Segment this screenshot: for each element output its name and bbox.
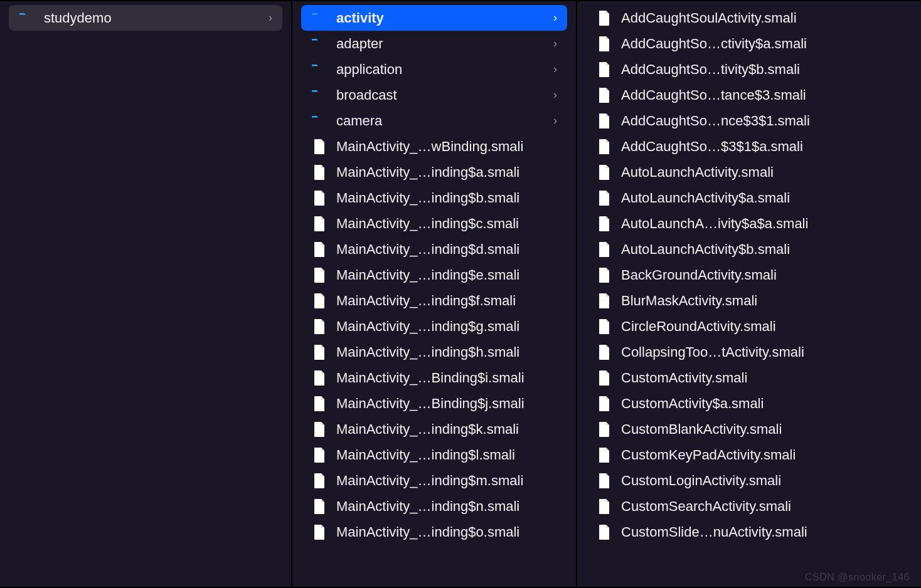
row-label: BlurMaskActivity.smali [621,293,902,309]
row-icon [595,60,614,79]
file-row[interactable]: BackGroundActivity.smali [586,262,912,288]
file-row[interactable]: AddCaughtSo…tance$3.smali [586,82,912,108]
row-icon [310,163,329,182]
row-icon [310,497,329,516]
row-icon [595,137,614,156]
folder-row[interactable]: camera› [301,108,567,134]
file-icon [598,139,610,155]
file-row[interactable]: BlurMaskActivity.smali [586,288,912,313]
row-label: AddCaughtSoulActivity.smali [621,10,902,26]
row-icon [310,60,329,79]
row-label: MainActivity_…inding$e.smali [336,267,557,283]
file-row[interactable]: AddCaughtSo…ctivity$a.smali [586,31,912,56]
row-label: AddCaughtSo…nce$3$1.smali [621,113,902,129]
file-row[interactable]: CustomActivity.smali [586,365,912,391]
file-row[interactable]: MainActivity_…wBinding.smali [301,134,567,159]
row-icon [595,446,614,465]
row-label: CustomLoginActivity.smali [621,473,902,489]
row-label: application [336,61,548,78]
file-icon [598,421,610,438]
row-icon [595,112,614,130]
file-row[interactable]: MainActivity_…inding$g.smali [301,313,567,339]
file-row[interactable]: CustomSearchActivity.smali [586,493,912,519]
row-icon [310,523,329,542]
file-row[interactable]: MainActivity_…inding$m.smali [301,468,567,493]
row-label: CustomBlankActivity.smali [621,421,902,438]
row-icon [595,163,614,182]
folder-icon [311,89,327,102]
file-row[interactable]: MainActivity_…inding$h.smali [301,339,567,365]
folder-icon [19,12,35,24]
file-row[interactable]: AutoLaunchActivity$b.smali [586,236,912,262]
row-icon [595,214,614,233]
row-icon [595,240,614,259]
file-row[interactable]: MainActivity_…inding$a.smali [301,159,567,185]
row-label: MainActivity_…inding$m.smali [336,473,557,489]
file-row[interactable]: MainActivity_…inding$n.smali [301,493,567,519]
folder-row[interactable]: application› [301,56,567,82]
file-row[interactable]: MainActivity_…inding$b.smali [301,185,567,211]
row-label: AddCaughtSo…tance$3.smali [621,87,902,103]
row-label: camera [336,113,548,129]
row-label: MainActivity_…inding$a.smali [336,164,557,181]
file-row[interactable]: CircleRoundActivity.smali [586,313,912,339]
file-row[interactable]: CustomLoginActivity.smali [586,468,912,493]
file-row[interactable]: MainActivity_…inding$k.smali [301,416,567,442]
row-label: MainActivity_…inding$f.smali [336,293,557,309]
file-icon [313,344,326,360]
row-icon [595,34,614,53]
row-label: MainActivity_…Binding$i.smali [336,370,557,386]
folder-row[interactable]: broadcast› [301,82,567,108]
row-label: AddCaughtSo…$3$1$a.smali [621,139,902,155]
file-row[interactable]: MainActivity_…inding$f.smali [301,288,567,313]
file-row[interactable]: CollapsingToo…tActivity.smali [586,339,912,365]
row-icon [595,523,614,542]
file-icon [313,216,326,232]
file-row[interactable]: CustomSlide…nuActivity.smali [586,519,912,545]
file-row[interactable]: MainActivity_…inding$c.smali [301,211,567,236]
row-icon [595,291,614,310]
row-label: MainActivity_…inding$g.smali [336,318,557,335]
file-icon [598,113,610,129]
column-3: AddCaughtSoulActivity.smaliAddCaughtSo…c… [577,1,921,587]
file-icon [598,267,610,283]
file-icon [598,524,610,540]
file-row[interactable]: CustomKeyPadActivity.smali [586,442,912,468]
file-row[interactable]: MainActivity_…inding$l.smali [301,442,567,468]
row-icon [310,369,329,387]
file-icon [313,318,326,335]
folder-row[interactable]: adapter› [301,31,567,56]
file-row[interactable]: CustomBlankActivity.smali [586,416,912,442]
file-row[interactable]: AddCaughtSo…nce$3$1.smali [586,108,912,134]
row-icon [595,471,614,490]
file-row[interactable]: MainActivity_…inding$d.smali [301,236,567,262]
row-label: MainActivity_…inding$o.smali [336,524,557,540]
row-icon [595,369,614,387]
file-row[interactable]: MainActivity_…Binding$j.smali [301,391,567,416]
file-row[interactable]: AutoLaunchActivity$a.smali [586,185,912,211]
row-label: BackGroundActivity.smali [621,267,902,283]
row-icon [310,394,329,413]
file-icon [598,190,610,206]
file-row[interactable]: CustomActivity$a.smali [586,391,912,416]
file-row[interactable]: AutoLaunchA…ivity$a$a.smali [586,211,912,236]
file-row[interactable]: AddCaughtSoulActivity.smali [586,5,912,31]
chevron-right-icon: › [553,114,557,127]
chevron-right-icon: › [553,88,557,102]
row-icon [310,240,329,259]
file-row[interactable]: AddCaughtSo…$3$1$a.smali [586,134,912,159]
row-label: CircleRoundActivity.smali [621,318,902,335]
file-icon [313,498,326,515]
file-row[interactable]: MainActivity_…inding$e.smali [301,262,567,288]
file-row[interactable]: AutoLaunchActivity.smali [586,159,912,185]
row-label: AutoLaunchActivity.smali [621,164,902,181]
file-row[interactable]: MainActivity_…Binding$i.smali [301,365,567,391]
file-row[interactable]: MainActivity_…inding$o.smali [301,519,567,545]
row-icon [310,214,329,233]
row-icon [18,9,36,28]
row-icon [595,266,614,285]
file-row[interactable]: AddCaughtSo…tivity$b.smali [586,56,912,82]
folder-row[interactable]: activity› [301,5,567,31]
row-icon [595,317,614,336]
folder-row[interactable]: studydemo› [9,5,282,31]
